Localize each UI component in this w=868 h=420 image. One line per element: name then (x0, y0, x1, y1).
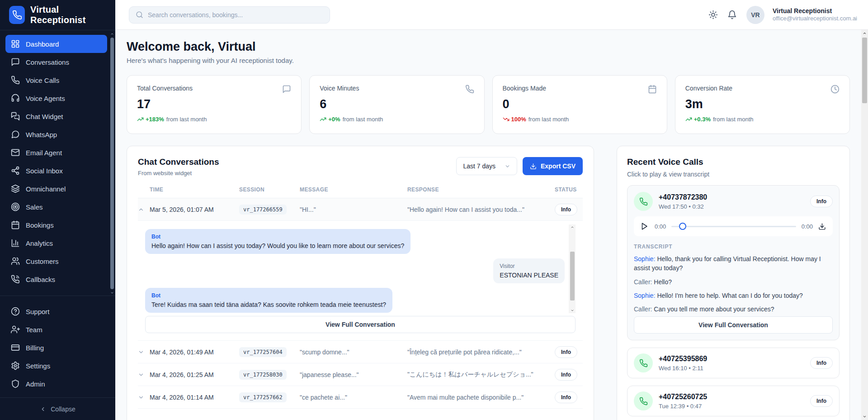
avatar[interactable]: VR (746, 6, 764, 24)
sidebar-item-label: Team (26, 326, 42, 334)
stat-delta-suffix: from last month (528, 116, 569, 123)
download-audio-button[interactable] (818, 222, 826, 230)
audio-player: 0:00 0:00 (634, 216, 833, 236)
table-row[interactable]: Mar 5, 2026, 01:07 AM vr_177266559 "HI..… (138, 198, 583, 221)
transcript-line: Sophie: Hello, thank you for calling Vir… (634, 254, 833, 273)
sidebar-item-label: Conversations (26, 58, 69, 66)
collapse-sidebar-button[interactable]: Collapse (0, 397, 115, 420)
topbar: VR Virtual Receptionist office@virtualre… (115, 0, 868, 30)
scroll-up-icon[interactable] (110, 31, 114, 37)
gear-icon (11, 361, 20, 370)
sidebar-item-sales[interactable]: Sales (5, 198, 107, 216)
voice-call-item[interactable]: +40725260725 Tue 12:39 • 0:47 Info (627, 386, 840, 416)
play-button[interactable] (640, 222, 649, 231)
help-circle-icon (11, 307, 20, 316)
sidebar-item-support[interactable]: Support (5, 302, 107, 320)
sidebar-item-callbacks[interactable]: Callbacks (5, 270, 107, 288)
info-button[interactable]: Info (555, 204, 577, 215)
stat-value: 6 (320, 97, 474, 111)
row-time: Mar 5, 2026, 01:07 AM (150, 206, 239, 213)
chat-scrollbar[interactable] (569, 224, 576, 313)
sidebar-item-bookings[interactable]: Bookings (5, 216, 107, 234)
sidebar-item-customers[interactable]: Customers (5, 252, 107, 270)
sidebar-item-omnichannel[interactable]: Omnichannel (5, 180, 107, 198)
theme-toggle-button[interactable] (708, 10, 719, 20)
transcript-speaker: Caller: (634, 305, 652, 313)
recent-voice-calls-card: Recent Voice Calls Click to play & view … (617, 146, 850, 420)
call-number: +40737872380 (659, 193, 707, 201)
stat-label: Total Conversations (137, 85, 193, 92)
page-title: Welcome back, Virtual (127, 40, 850, 54)
info-button[interactable]: Info (555, 391, 577, 403)
message-circle-icon (11, 130, 20, 139)
sidebar-primary-nav: Dashboard Conversations Voice Calls Voic… (0, 30, 115, 291)
sidebar-item-email-agent[interactable]: Email Agent (5, 143, 107, 162)
session-badge: vr_177266559 (239, 205, 287, 215)
session-badge: vr_177257604 (239, 347, 287, 357)
stat-delta-suffix: from last month (713, 116, 754, 123)
sidebar-item-label: Email Agent (26, 149, 62, 157)
search-box[interactable] (129, 6, 330, 24)
sidebar-item-analytics[interactable]: Analytics (5, 234, 107, 252)
chevron-left-icon (40, 406, 46, 412)
sidebar-item-admin[interactable]: Admin (5, 375, 107, 393)
sidebar-scrollbar-thumb[interactable] (110, 38, 114, 289)
scroll-down-icon[interactable] (570, 308, 575, 313)
sidebar-item-social-inbox[interactable]: Social Inbox (5, 162, 107, 180)
info-button[interactable]: Info (810, 196, 833, 207)
date-range-select[interactable]: Last 7 days (456, 157, 517, 175)
transcript-line: Caller: Hello? (634, 277, 833, 286)
stat-card-conversion-rate: Conversion Rate 3m +0.3%from last month (675, 75, 850, 134)
page-scrollbar-thumb[interactable] (862, 38, 867, 103)
sidebar-item-conversations[interactable]: Conversations (5, 53, 107, 71)
voice-call-item[interactable]: +40737872380 Wed 17:50 • 0:32 Info 0:00 … (627, 185, 840, 340)
row-response: "Hello again! How can I assist you toda.… (407, 206, 555, 213)
page-scrollbar[interactable] (861, 30, 868, 420)
info-button[interactable]: Info (555, 346, 577, 358)
sidebar-item-whatsapp[interactable]: WhatsApp (5, 125, 107, 143)
export-csv-button[interactable]: Export CSV (523, 157, 583, 175)
sidebar-scrollbar[interactable] (108, 31, 115, 296)
chevron-down-icon[interactable] (138, 349, 150, 355)
view-full-conversation-button[interactable]: View Full Conversation (145, 316, 576, 333)
table-row[interactable]: Mar 4, 2026, 01:49 AM vr_177257604 "scum… (138, 341, 583, 363)
info-button[interactable]: Info (810, 395, 833, 407)
sidebar-item-label: Callbacks (26, 276, 55, 283)
scroll-up-icon[interactable] (570, 224, 575, 230)
mail-icon (11, 148, 20, 157)
chat-scrollbar-thumb[interactable] (570, 252, 575, 301)
scroll-up-icon[interactable] (862, 30, 867, 37)
sidebar-item-team[interactable]: Team (5, 320, 107, 339)
column-status: STATUS (555, 186, 583, 193)
chevron-up-icon[interactable] (138, 206, 150, 213)
view-full-conversation-button[interactable]: View Full Conversation (634, 316, 833, 334)
voice-call-item[interactable]: +40725395869 Wed 16:10 • 2:11 Info (627, 348, 840, 378)
call-number: +40725395869 (659, 355, 707, 363)
player-knob[interactable] (679, 223, 686, 230)
info-button[interactable]: Info (555, 369, 577, 381)
sidebar-item-voice-agents[interactable]: Voice Agents (5, 89, 107, 107)
chevron-down-icon[interactable] (138, 394, 150, 401)
column-response: RESPONSE (407, 186, 555, 193)
transcript-text: Hello! I'm here to help. What can I do f… (657, 292, 803, 299)
chat-messages-area[interactable]: Bot Hello again! How can I assist you to… (145, 224, 576, 313)
sidebar-item-billing[interactable]: Billing (5, 339, 107, 357)
chat-conversations-card: Chat Conversations From website widget L… (127, 146, 594, 420)
notifications-button[interactable] (727, 10, 738, 20)
sidebar-item-dashboard[interactable]: Dashboard (5, 35, 107, 53)
scroll-down-icon[interactable] (110, 290, 114, 296)
sidebar-item-voice-calls[interactable]: Voice Calls (5, 71, 107, 89)
target-icon (11, 202, 20, 211)
table-row[interactable]: Mar 4, 2026, 01:14 AM vr_177257662 "ce p… (138, 386, 583, 409)
info-button[interactable]: Info (810, 357, 833, 369)
table-row[interactable]: Mar 4, 2026, 01:25 AM vr_177258030 "japa… (138, 363, 583, 386)
search-icon (136, 11, 143, 19)
sidebar-item-chat-widget[interactable]: Chat Widget (5, 107, 107, 125)
scroll-down-icon[interactable] (862, 413, 867, 420)
player-seek-slider[interactable] (671, 223, 796, 230)
stat-value: 3m (685, 97, 840, 111)
sidebar-item-settings[interactable]: Settings (5, 357, 107, 375)
chevron-down-icon[interactable] (138, 372, 150, 378)
search-input[interactable] (148, 11, 323, 19)
sidebar-item-label: Voice Agents (26, 95, 65, 102)
